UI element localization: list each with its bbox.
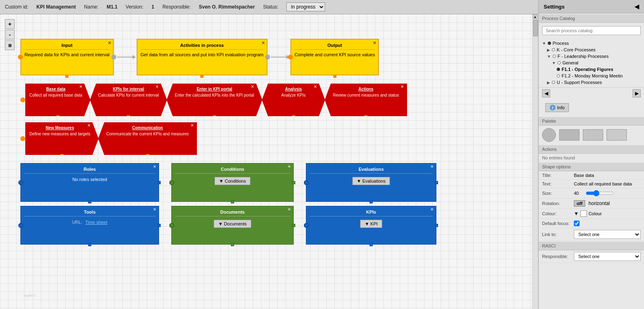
input-box[interactable]: ✕ Input Required data for KPIs and curre…: [20, 39, 114, 75]
activities-close[interactable]: ✕: [261, 40, 265, 46]
chevron-actions-title: Actions: [333, 87, 399, 91]
chevron-new-measures-content: Define new measures and targets: [29, 132, 91, 136]
canvas-wrapper: + - ⊞ ✕ Input Required data for KPIs and…: [0, 14, 538, 309]
chevron-new-measures-bottom: [60, 154, 64, 157]
col1: ✕ Roles No roles selected ✕ Tools URL:: [20, 163, 159, 245]
tree-nav-left[interactable]: ◀: [542, 89, 550, 97]
info-button[interactable]: i Info: [545, 103, 569, 112]
default-focus-checkbox[interactable]: [574, 221, 580, 226]
size-slider[interactable]: [586, 190, 614, 196]
conditions-right-connector: [292, 181, 295, 184]
scroll-up-btn[interactable]: ▲: [533, 14, 538, 19]
output-bottom-connector: [333, 75, 336, 78]
output-title: Output: [294, 43, 375, 50]
tree-f-leadership-label: F - Leadership Processes: [558, 54, 609, 59]
linkto-dropdown[interactable]: Select one: [574, 230, 641, 239]
settings-collapse-btn[interactable]: ◀: [635, 3, 639, 10]
chevron-enter-kpi[interactable]: ✕ Enter in KPI portal Enter the calculat…: [166, 84, 262, 116]
documents-title: Documents: [175, 210, 290, 216]
kpis-box[interactable]: ✕ KPIs ▼ KPI: [306, 206, 436, 245]
tools-box[interactable]: ✕ Tools URL: Time sheet: [20, 206, 159, 245]
documents-close[interactable]: ✕: [288, 207, 291, 212]
zoom-minus-button[interactable]: -: [5, 30, 15, 40]
tree-k-core[interactable]: ▶ K - Core Processes: [542, 46, 641, 53]
chevron-analysis[interactable]: ✕ Analysis Analyze KPIs: [262, 84, 325, 116]
evaluations-right-connector: [435, 181, 438, 184]
tree-f12[interactable]: F1.2 - Monday Morning Meetin: [542, 73, 641, 79]
input-right-connector: [111, 55, 116, 60]
activities-box[interactable]: ✕ Activities in process Get data from al…: [137, 39, 268, 75]
zoom-plus-button[interactable]: +: [5, 19, 15, 29]
tree-f-leadership[interactable]: ▼ F - Leadership Processes: [542, 53, 641, 60]
arrow1: [114, 57, 137, 57]
name-label: Name:: [84, 4, 98, 10]
scroll-thumb[interactable]: [533, 20, 538, 36]
chevron-analysis-close[interactable]: ✕: [314, 84, 317, 89]
tree-f12-dot: [557, 74, 560, 77]
tree-f11-label: F1.1 - Operating Figures: [562, 67, 613, 72]
checkbox-container: [574, 221, 641, 226]
chevron-actions-close[interactable]: ✕: [401, 84, 404, 89]
chevron-actions-bottom: [364, 115, 367, 119]
canvas-scrollbar[interactable]: ▲: [532, 14, 538, 309]
tree-process-label: Process: [553, 41, 569, 46]
palette-circle-shape[interactable]: [542, 128, 556, 142]
chevron-actions[interactable]: ✕ Actions Review current measures and st…: [325, 84, 407, 116]
tree-f11[interactable]: F1.1 - Operating Figures: [542, 66, 641, 73]
output-close[interactable]: ✕: [373, 40, 376, 46]
shape-defaultfocus-label: Default focus:: [542, 221, 571, 226]
colour-swatch[interactable]: [580, 210, 587, 217]
evaluations-bottom-connector: [370, 200, 373, 203]
documents-button[interactable]: ▼ Documents: [214, 220, 251, 228]
chevron-communication-close[interactable]: ✕: [190, 123, 194, 128]
watermark: myBPX: [24, 294, 36, 298]
chevron-kpis-interval-bottom: [127, 115, 130, 119]
evaluations-box[interactable]: ✕ Evaluations ▼ Evaluations: [306, 163, 436, 202]
evaluations-close[interactable]: ✕: [430, 164, 434, 169]
zoom-fit-button[interactable]: ⊞: [5, 40, 15, 50]
chevron-base-data-title: Base data: [29, 87, 82, 91]
chevron-enter-kpi-close[interactable]: ✕: [251, 84, 254, 89]
shape-size-number: 40: [574, 191, 584, 196]
tree-f-leadership-arrow: ▼: [547, 54, 551, 59]
input-close[interactable]: ✕: [108, 40, 111, 46]
url-link[interactable]: Time sheet: [85, 220, 107, 225]
shape-rotation-label: Rotation:: [542, 201, 571, 206]
output-box[interactable]: ✕ Output Complete and current KPI source…: [290, 39, 379, 75]
settings-header: Settings ◀: [539, 0, 644, 13]
chevron-base-data[interactable]: ✕ Base data Collect all required base da…: [25, 84, 91, 116]
shape-title-value: Base data: [574, 173, 641, 178]
documents-left-connector: [169, 223, 174, 228]
chevron-communication-bottom: [146, 154, 149, 157]
tree-u-support[interactable]: ▶ U - Support Processes: [542, 79, 641, 86]
chevron-communication[interactable]: ✕ Communication Communicate the current …: [98, 122, 197, 155]
rasci-responsible-dropdown[interactable]: Select one: [574, 252, 641, 261]
chevron-new-measures-close[interactable]: ✕: [87, 123, 91, 128]
conditions-button[interactable]: ▼ Conditions: [215, 177, 250, 185]
search-input[interactable]: [542, 26, 641, 35]
roles-title: Roles: [24, 167, 155, 174]
colour-container: ▼ Colour: [574, 210, 641, 217]
conditions-close[interactable]: ✕: [288, 164, 291, 169]
palette-rect-shape2[interactable]: [583, 129, 603, 141]
palette-rect-shape3[interactable]: [606, 129, 627, 141]
chevron-kpis-interval-close[interactable]: ✕: [155, 84, 159, 89]
status-dropdown[interactable]: In progress Done Review: [286, 2, 325, 11]
documents-box[interactable]: ✕ Documents ▼ Documents: [171, 206, 294, 245]
roles-close[interactable]: ✕: [153, 164, 156, 169]
palette-rect-shape1[interactable]: [559, 129, 580, 141]
conditions-box[interactable]: ✕ Conditions ▼ Conditions: [171, 163, 294, 202]
output-left-connector: [288, 55, 293, 60]
roles-box[interactable]: ✕ Roles No roles selected: [20, 163, 159, 202]
kpi-button[interactable]: ▼ KPI: [360, 220, 382, 228]
tools-close[interactable]: ✕: [153, 207, 156, 212]
tree-process[interactable]: ▼ Process: [542, 40, 641, 46]
evaluations-button[interactable]: ▼ Evaluations: [352, 177, 390, 185]
chevron-analysis-bottom: [292, 115, 295, 119]
tree-general[interactable]: ▼ General: [542, 60, 641, 66]
kpis-close[interactable]: ✕: [430, 207, 434, 212]
chevron-base-data-close[interactable]: ✕: [79, 84, 82, 89]
chevron-kpis-interval[interactable]: ✕ KPIs for interval Calculate KPIs for c…: [90, 84, 167, 116]
chevron-new-measures[interactable]: ✕ New Measures Define new measures and t…: [25, 122, 99, 155]
tree-nav-right[interactable]: ▶: [633, 89, 641, 97]
